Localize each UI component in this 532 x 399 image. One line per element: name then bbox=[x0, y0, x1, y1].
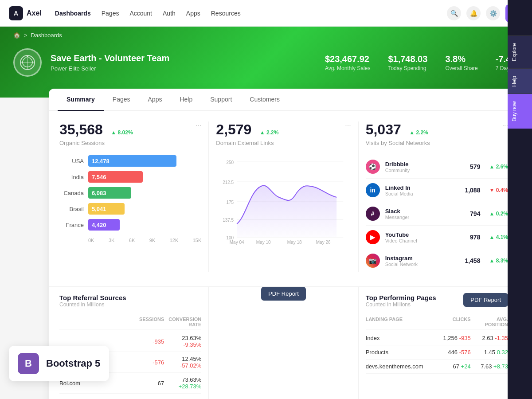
main-card: Summary Pages Apps Help Support Customer… bbox=[49, 89, 519, 399]
tab-pages[interactable]: Pages bbox=[104, 89, 139, 111]
dribbble-icon: ⚽ bbox=[366, 160, 380, 174]
domain-change-badge: ▲ 2.2% bbox=[257, 129, 282, 137]
pages-table-header: LANDING PAGE CLICKS AVG. POSITION bbox=[366, 315, 508, 329]
metric-value-social: 5,037 ▲ 2.2% bbox=[366, 121, 431, 138]
bootstrap-watermark: B Bootstrap 5 bbox=[9, 346, 109, 381]
social-row-linkedin: in Linked In Social Media 1,088 ▼ 0.4% bbox=[366, 179, 508, 202]
brand[interactable]: A Axel bbox=[9, 6, 42, 20]
nav-account[interactable]: Account bbox=[129, 10, 152, 17]
buy-now-btn[interactable]: Buy now bbox=[508, 94, 532, 129]
organic-label: Organic Sessions bbox=[59, 140, 201, 146]
stat-today-spending: $1,748.03 Today Spending bbox=[388, 54, 427, 71]
metric-header-social: 5,037 ▲ 2.2% ··· bbox=[366, 121, 508, 138]
youtube-icon: ▶ bbox=[366, 230, 380, 244]
navbar: A Axel Dashboards Pages Account Auth App… bbox=[0, 0, 532, 27]
bar-x-axis: 0K 3K 6K 9K 12K 15K bbox=[59, 235, 201, 243]
pdf-center-col: PDF Report bbox=[209, 287, 358, 399]
nav-pages[interactable]: Pages bbox=[102, 10, 119, 17]
svg-text:250: 250 bbox=[227, 160, 234, 165]
nav-apps[interactable]: Apps bbox=[186, 10, 200, 17]
bar-chart: USA 12,478 India 7,546 Canada 6,083 bbox=[59, 155, 201, 243]
dark-sidebar: Explore Help Buy now bbox=[508, 0, 532, 399]
social-change-badge: ▲ 2.2% bbox=[407, 129, 431, 137]
search-icon[interactable]: 🔍 bbox=[447, 6, 461, 20]
hero-stats: $23,467.92 Avg. Monthly Sales $1,748.03 … bbox=[325, 54, 519, 71]
metric-header-organic: 35,568 ▲ 8.02% ··· bbox=[59, 121, 201, 138]
instagram-info: Instagram Social Network bbox=[385, 255, 460, 267]
linkedin-icon: in bbox=[366, 183, 380, 197]
bar-row-brasil: Brasil 5,041 bbox=[59, 203, 201, 215]
tab-apps[interactable]: Apps bbox=[139, 89, 171, 111]
referral-sources-col: Top Referral Sources Counted in Millions… bbox=[59, 287, 209, 399]
tab-customers[interactable]: Customers bbox=[241, 89, 289, 111]
linkedin-info: Linked In Social Media bbox=[385, 184, 460, 196]
tab-help[interactable]: Help bbox=[171, 89, 201, 111]
table-row: Products 446 -576 1.45 0.32 bbox=[366, 345, 508, 360]
slack-info: Slack Messanger bbox=[385, 208, 465, 220]
top-pages-col: Top Performing Pages Counted in Millions… bbox=[359, 287, 508, 399]
bootstrap-text: Bootstrap 5 bbox=[46, 358, 100, 369]
youtube-info: YouTube Video Channel bbox=[385, 231, 465, 243]
social-row-youtube: ▶ YouTube Video Channel 978 ▲ 4.1% bbox=[366, 226, 508, 249]
bar-row-france: France 4,420 bbox=[59, 219, 201, 231]
help-btn[interactable]: Help bbox=[508, 68, 532, 94]
social-row-slack: # Slack Messanger 794 ▲ 0.2% bbox=[366, 202, 508, 226]
pdf-report-btn-left[interactable]: PDF Report bbox=[261, 287, 306, 301]
hero-logo-icon bbox=[20, 55, 35, 70]
referral-title-group: Top Referral Sources Counted in Millions bbox=[59, 294, 126, 313]
social-menu-dots[interactable]: ··· bbox=[502, 121, 508, 129]
stat-overall-share: 3.8% Overall Share bbox=[445, 54, 477, 71]
pages-title-group: Top Performing Pages Counted in Millions bbox=[366, 294, 436, 313]
metric-header-domain: 2,579 ▲ 2.2% ··· bbox=[216, 121, 351, 138]
svg-text:May 10: May 10 bbox=[256, 240, 271, 245]
brand-name: Axel bbox=[27, 9, 42, 17]
organic-change-badge: ▲ 8.02% bbox=[108, 129, 135, 137]
social-label: Visits by Social Networks bbox=[366, 140, 508, 146]
bar-row-usa: USA 12,478 bbox=[59, 155, 201, 167]
tab-summary[interactable]: Summary bbox=[58, 89, 104, 111]
explore-btn[interactable]: Explore bbox=[508, 35, 532, 68]
svg-text:May 26: May 26 bbox=[316, 240, 331, 245]
table-row: Index 1,256 -935 2.63 -1.35 bbox=[366, 331, 508, 345]
bar-row-india: India 7,546 bbox=[59, 171, 201, 183]
brand-icon: A bbox=[9, 6, 23, 20]
breadcrumb: 🏠 > Dashboards bbox=[13, 27, 519, 44]
tab-support[interactable]: Support bbox=[201, 89, 241, 111]
slack-icon: # bbox=[366, 207, 380, 221]
instagram-icon: 📷 bbox=[366, 254, 380, 268]
content-grid: 35,568 ▲ 8.02% ··· Organic Sessions USA … bbox=[49, 111, 519, 283]
svg-text:175: 175 bbox=[227, 200, 234, 205]
social-list: ⚽ Dribbble Community 579 ▲ 2.6% in Linke… bbox=[366, 155, 508, 272]
domain-menu-dots[interactable]: ··· bbox=[345, 121, 351, 129]
breadcrumb-sep: > bbox=[24, 32, 27, 39]
organic-menu-dots[interactable]: ··· bbox=[196, 121, 201, 129]
nav-resources[interactable]: Resources bbox=[211, 10, 241, 17]
social-networks-col: 5,037 ▲ 2.2% ··· Visits by Social Networ… bbox=[359, 121, 508, 272]
notifications-icon[interactable]: 🔔 bbox=[466, 6, 481, 20]
social-row-instagram: 📷 Instagram Social Network 1,458 ▲ 8.3% bbox=[366, 249, 508, 272]
nav-auth[interactable]: Auth bbox=[163, 10, 176, 17]
line-chart-svg: 250 212.5 175 137.5 100 bbox=[216, 155, 351, 248]
dribbble-info: Dribbble Community bbox=[385, 161, 465, 173]
hero-logo bbox=[13, 48, 42, 77]
nav-dashboards[interactable]: Dashboards bbox=[55, 10, 91, 17]
svg-text:212.5: 212.5 bbox=[223, 180, 234, 185]
metric-value-domain: 2,579 ▲ 2.2% bbox=[216, 121, 281, 138]
settings-icon[interactable]: ⚙️ bbox=[486, 6, 500, 20]
svg-text:May 18: May 18 bbox=[287, 240, 302, 245]
referral-table-header: SESSIONS CONVERSION RATE bbox=[59, 315, 201, 329]
domain-links-col: 2,579 ▲ 2.2% ··· Domain External Links 2… bbox=[209, 121, 358, 272]
table-row: devs.keenthemes.com 67 +24 7.63 +8.73 bbox=[366, 360, 508, 374]
domain-label: Domain External Links bbox=[216, 140, 351, 146]
stat-monthly-sales: $23,467.92 Avg. Monthly Sales bbox=[325, 54, 371, 71]
pdf-report-btn-right[interactable]: PDF Report bbox=[463, 293, 508, 307]
breadcrumb-current[interactable]: Dashboards bbox=[31, 32, 62, 39]
tabs: Summary Pages Apps Help Support Customer… bbox=[49, 89, 519, 111]
home-icon[interactable]: 🏠 bbox=[13, 32, 20, 39]
social-row-dribbble: ⚽ Dribbble Community 579 ▲ 2.6% bbox=[366, 155, 508, 179]
svg-text:137.5: 137.5 bbox=[223, 218, 234, 223]
hero-content: Save Earth - Volunteer Team Power Elite … bbox=[13, 48, 519, 77]
bottom-grid: Top Referral Sources Counted in Millions… bbox=[49, 286, 519, 399]
organic-sessions-col: 35,568 ▲ 8.02% ··· Organic Sessions USA … bbox=[59, 121, 209, 272]
svg-text:May 04: May 04 bbox=[230, 240, 244, 245]
